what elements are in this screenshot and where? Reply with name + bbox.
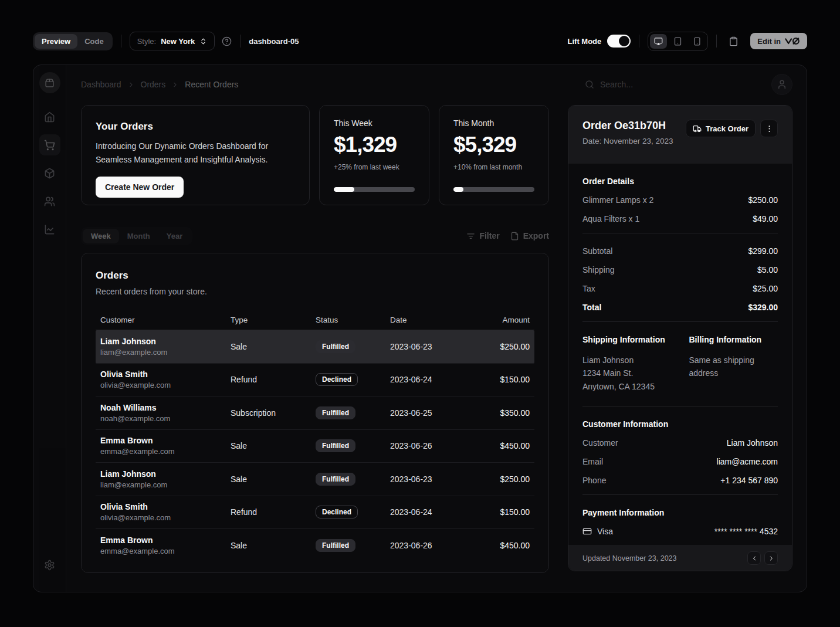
total-value: $329.00 [748, 303, 778, 312]
credit-card-icon [582, 527, 592, 536]
edit-in-v0-button[interactable]: Edit in [750, 33, 807, 49]
export-button[interactable]: Export [510, 231, 549, 240]
customer-email: liam@example.com [100, 480, 231, 489]
preview-tab[interactable]: Preview [35, 34, 77, 49]
line-chart-icon [44, 224, 55, 235]
chevron-right-icon [127, 81, 135, 89]
tablet-view-button[interactable] [669, 34, 686, 49]
style-select[interactable]: Style: New York [130, 32, 215, 50]
search-input[interactable] [600, 80, 761, 89]
sidebar-item-orders[interactable] [39, 134, 60, 155]
desktop-view-button[interactable] [650, 34, 667, 49]
phone-view-button[interactable] [689, 34, 706, 49]
table-row[interactable]: Olivia Smitholivia@example.com Refund De… [96, 496, 534, 530]
divider [716, 35, 717, 48]
sidebar-item-settings[interactable] [39, 554, 60, 575]
column-header-customer: Customer [96, 316, 231, 324]
help-button[interactable] [222, 36, 232, 46]
customer-email: liam@example.com [100, 348, 231, 357]
clipboard-icon [729, 36, 739, 46]
filter-icon [466, 232, 475, 240]
sidebar-item-customers[interactable] [39, 191, 60, 212]
shopping-cart-icon [44, 140, 55, 151]
search-box [585, 80, 761, 89]
table-header: Customer Type Status Date Amount [96, 310, 534, 330]
gear-icon [44, 560, 55, 571]
orders-card-subtitle: Recent orders from your store. [96, 287, 534, 296]
divider [121, 35, 121, 48]
code-tab[interactable]: Code [77, 34, 111, 49]
table-row[interactable]: Liam Johnsonliam@example.com Sale Fulfil… [96, 330, 534, 364]
stat-delta: +10% from last month [453, 163, 534, 171]
stat-value: $5,329 [453, 133, 534, 157]
order-details-heading: Order Details [582, 177, 778, 186]
sidebar-item-products[interactable] [39, 162, 60, 184]
chevron-right-icon [171, 81, 179, 89]
create-new-order-button[interactable]: Create New Order [96, 177, 184, 198]
shipping-line: Liam Johnson [582, 354, 680, 367]
breadcrumb-orders[interactable]: Orders [141, 80, 166, 89]
column-header-amount: Amount [472, 316, 534, 324]
customer-name: Olivia Smith [100, 502, 231, 511]
table-row[interactable]: Liam Johnsonliam@example.com Sale Fulfil… [96, 463, 534, 496]
table-row[interactable]: Emma Brownemma@example.com Sale Fulfille… [96, 430, 534, 463]
sidebar-item-analytics[interactable] [39, 219, 60, 240]
truck-icon [693, 124, 702, 133]
order-amount: $250.00 [472, 475, 534, 484]
style-select-label: Style: [137, 37, 157, 46]
previous-order-button[interactable] [747, 551, 761, 565]
divider [582, 494, 778, 495]
period-tabs: Week Month Year [81, 227, 192, 245]
filter-button[interactable]: Filter [466, 231, 499, 240]
payment-method: Visa [597, 527, 613, 536]
stat-label: This Month [453, 118, 534, 128]
customer-row: CustomerLiam Johnson [582, 438, 778, 448]
order-date: 2023-06-24 [390, 375, 472, 384]
tablet-icon [673, 37, 682, 46]
app-logo-button[interactable] [39, 72, 60, 93]
search-icon [585, 80, 594, 89]
table-row[interactable]: Noah Williamsnoah@example.com Subscripti… [96, 396, 534, 430]
next-order-button[interactable] [764, 551, 778, 565]
order-type: Sale [231, 475, 316, 484]
export-label: Export [523, 231, 549, 240]
promo-card-description: Introducing Our Dynamic Orders Dashboard… [96, 140, 277, 166]
user-avatar[interactable] [771, 74, 792, 95]
table-row[interactable]: Emma Brownemma@example.com Sale Fulfille… [96, 529, 534, 562]
order-pagination [747, 551, 778, 565]
order-more-menu-button[interactable] [760, 120, 778, 137]
chevron-left-icon [751, 555, 758, 562]
status-badge: Fulfilled [316, 340, 355, 353]
order-item-row: Glimmer Lamps x 2$250.00 [582, 195, 778, 205]
tab-week[interactable]: Week [83, 229, 119, 243]
orders-table-card: Orders Recent orders from your store. Cu… [81, 253, 549, 573]
order-detail-panel: Order Oe31b70H Date: November 23, 2023 T… [568, 105, 792, 571]
info-label: Phone [582, 476, 606, 485]
orders-card-title: Orders [96, 270, 534, 282]
order-amount: $150.00 [472, 507, 534, 517]
divider [639, 35, 639, 48]
status-badge: Declined [316, 506, 358, 518]
column-header-type: Type [231, 316, 316, 324]
home-icon [44, 111, 55, 123]
package2-logo-icon [45, 78, 55, 88]
chevron-right-icon [768, 555, 775, 562]
sidebar-item-home[interactable] [39, 106, 60, 127]
shipping-line: 1234 Main St. [582, 367, 680, 379]
order-amount: $450.00 [472, 441, 534, 450]
tab-year[interactable]: Year [158, 229, 191, 243]
order-id-title: Order Oe31b70H [582, 120, 673, 132]
total-label: Shipping [582, 265, 615, 274]
style-select-value: New York [161, 37, 195, 46]
track-order-button[interactable]: Track Order [686, 120, 756, 137]
lift-mode-toggle[interactable] [607, 35, 631, 48]
table-row[interactable]: Olivia Smitholivia@example.com Refund De… [96, 364, 534, 397]
breadcrumb-dashboard[interactable]: Dashboard [81, 80, 121, 89]
dashboard-canvas: Dashboard Orders Recent Orders Your Orde… [33, 65, 807, 592]
customer-name: Liam Johnson [100, 469, 231, 479]
status-badge: Fulfilled [316, 473, 355, 486]
stat-value: $1,329 [334, 133, 415, 157]
copy-code-button[interactable] [725, 33, 742, 50]
shipping-line: Anytown, CA 12345 [582, 380, 680, 393]
tab-month[interactable]: Month [119, 229, 158, 243]
